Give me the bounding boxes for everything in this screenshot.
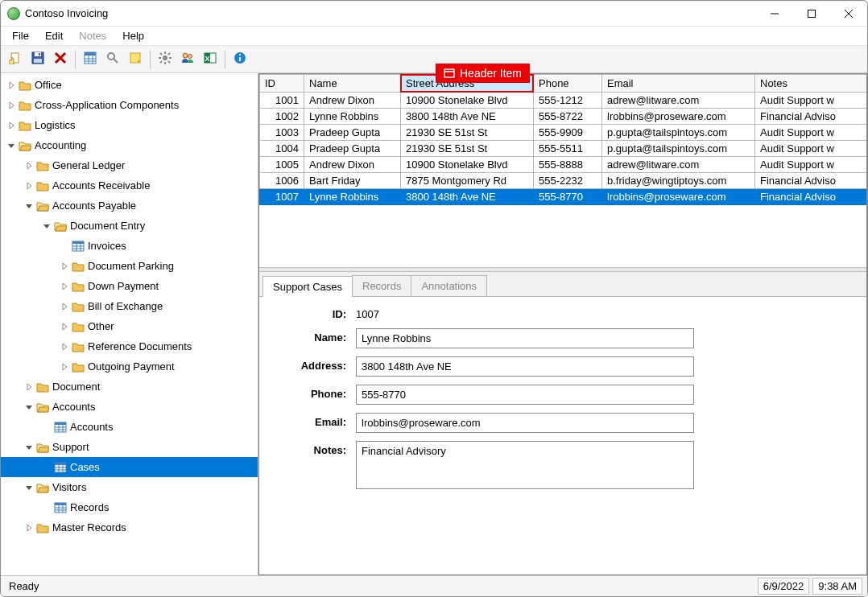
table-row[interactable]: 1001Andrew Dixon10900 Stonelake Blvd555-…: [260, 93, 867, 109]
tree-node-label: Accounts Payable: [52, 200, 136, 212]
tree-node[interactable]: Accounting: [1, 135, 258, 155]
expand-icon[interactable]: [59, 341, 70, 352]
toolbar-delete-button[interactable]: [51, 50, 70, 69]
toolbar-separator: [150, 51, 151, 68]
column-header[interactable]: Name: [304, 75, 401, 93]
tree-node[interactable]: Accounts Receivable: [1, 175, 258, 196]
expand-icon[interactable]: [6, 100, 17, 111]
toolbar-new-button[interactable]: [6, 50, 25, 69]
address-label: Address:: [275, 356, 356, 372]
expand-icon[interactable]: [59, 281, 70, 292]
tree-node[interactable]: Master Records: [1, 517, 258, 537]
expand-icon[interactable]: [59, 301, 70, 312]
tree-node[interactable]: Office: [1, 75, 258, 95]
tree-node[interactable]: Other: [1, 316, 258, 336]
toolbar-excel-button[interactable]: X: [200, 50, 220, 69]
toolbar-find-button[interactable]: [103, 50, 122, 69]
toolbar-users-button[interactable]: [178, 50, 197, 69]
cell-email: p.gupta@tailspintoys.com: [602, 125, 755, 141]
expand-icon[interactable]: [59, 321, 70, 332]
expand-icon[interactable]: [6, 80, 17, 91]
cell-address: 3800 148th Ave NE: [401, 109, 534, 125]
tree-node[interactable]: Down Payment: [1, 276, 258, 296]
expand-icon[interactable]: [6, 140, 17, 151]
tree-node[interactable]: Accounts: [1, 397, 258, 417]
tree-node[interactable]: Reference Documents: [1, 336, 258, 356]
expand-icon: [59, 241, 70, 252]
close-button[interactable]: [830, 1, 867, 27]
expand-icon[interactable]: [59, 261, 70, 272]
expand-icon[interactable]: [23, 482, 35, 493]
expand-icon[interactable]: [59, 361, 70, 373]
menu-notes: Notes: [71, 28, 114, 43]
column-header[interactable]: Notes: [755, 75, 867, 93]
svg-point-33: [188, 55, 192, 59]
tree-node[interactable]: Document Parking: [1, 256, 258, 276]
status-text: Ready: [6, 580, 754, 592]
minimize-button[interactable]: [756, 1, 793, 27]
address-field[interactable]: [356, 356, 694, 377]
tree-node[interactable]: Support: [1, 437, 258, 457]
tree-node[interactable]: Cross-Application Components: [1, 95, 258, 115]
folder-icon: [19, 79, 31, 92]
toolbar-save-button[interactable]: [28, 50, 48, 69]
phone-field[interactable]: [356, 385, 694, 405]
expand-icon[interactable]: [23, 401, 35, 413]
tree-node[interactable]: Accounts: [1, 417, 258, 437]
expand-icon[interactable]: [23, 381, 35, 393]
tree-node-label: Visitors: [52, 481, 86, 493]
cell-id: 1007: [260, 189, 304, 205]
table-row[interactable]: 1007Lynne Robbins3800 148th Ave NE555-87…: [260, 189, 867, 205]
table-row[interactable]: 1002Lynne Robbins3800 148th Ave NE555-87…: [260, 109, 867, 125]
expand-icon[interactable]: [23, 522, 35, 533]
expand-icon[interactable]: [23, 160, 35, 171]
table-row[interactable]: 1003Pradeep Gupta21930 SE 51st St555-990…: [260, 125, 867, 141]
toolbar-settings-button[interactable]: [155, 50, 175, 69]
table-row[interactable]: 1005Andrew Dixon10900 Stonelake Blvd555-…: [260, 157, 867, 173]
tab-support-cases[interactable]: Support Cases: [262, 276, 353, 297]
tree-node[interactable]: Logistics: [1, 115, 258, 135]
tab-records[interactable]: Records: [352, 275, 411, 296]
column-header[interactable]: Email: [602, 75, 755, 93]
tree-node[interactable]: Cases: [1, 457, 258, 477]
tree-node[interactable]: Document Entry: [1, 216, 258, 236]
tree-node[interactable]: Records: [1, 497, 258, 517]
titlebar: Contoso Invoicing: [1, 1, 867, 27]
table-icon: [84, 51, 97, 67]
tree-node[interactable]: Invoices: [1, 236, 258, 256]
window-title: Contoso Invoicing: [25, 7, 756, 19]
menu-edit[interactable]: Edit: [37, 28, 71, 43]
email-field[interactable]: [356, 413, 694, 433]
svg-rect-14: [85, 52, 96, 56]
tree-node[interactable]: Bill of Exchange: [1, 296, 258, 316]
menu-file[interactable]: File: [4, 28, 37, 43]
cell-notes: Audit Support w: [755, 157, 867, 173]
toolbar-note-button[interactable]: [126, 50, 145, 69]
tree-node[interactable]: Visitors: [1, 477, 258, 497]
table-row[interactable]: 1004Pradeep Gupta21930 SE 51st St555-551…: [260, 141, 867, 157]
column-header[interactable]: ID: [260, 75, 304, 93]
tab-annotations[interactable]: Annotations: [411, 275, 487, 296]
data-grid-panel[interactable]: IDNameStreet AddressPhoneEmailNotes1001A…: [259, 74, 866, 267]
expand-icon[interactable]: [23, 200, 35, 212]
name-field[interactable]: [356, 328, 694, 348]
expand-icon[interactable]: [23, 180, 35, 191]
tree-node[interactable]: Document: [1, 377, 258, 397]
expand-icon[interactable]: [6, 120, 17, 131]
detail-tabs: Support CasesRecordsAnnotations: [259, 272, 866, 297]
toolbar-table-button[interactable]: [81, 50, 100, 69]
tree-node[interactable]: Accounts Payable: [1, 196, 258, 216]
nav-tree[interactable]: OfficeCross-Application ComponentsLogist…: [1, 73, 258, 575]
maximize-button[interactable]: [793, 1, 830, 27]
tree-node[interactable]: General Ledger: [1, 155, 258, 175]
tree-node-label: Master Records: [52, 521, 126, 533]
table-row[interactable]: 1006Bart Friday7875 Montgomery Rd555-223…: [260, 173, 867, 189]
toolbar-info-button[interactable]: [230, 50, 250, 69]
column-header[interactable]: Street Address: [401, 75, 534, 93]
expand-icon[interactable]: [41, 220, 52, 232]
tree-node[interactable]: Outgoing Payment: [1, 356, 258, 377]
expand-icon[interactable]: [23, 442, 35, 453]
notes-field[interactable]: [356, 441, 694, 489]
column-header[interactable]: Phone: [534, 75, 602, 93]
menu-help[interactable]: Help: [114, 28, 152, 43]
